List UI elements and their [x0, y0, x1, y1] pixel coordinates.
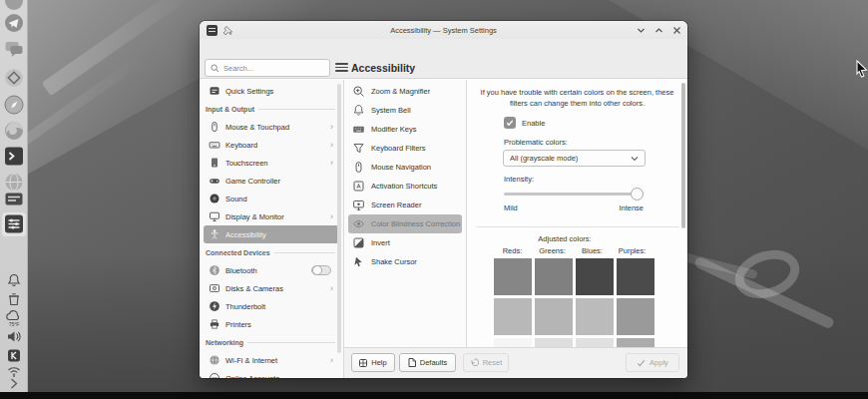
- telegram-icon[interactable]: [4, 13, 24, 33]
- sidebar-section-connected-devices: Connected Devices: [200, 243, 343, 261]
- chevron-right-icon: ›: [330, 356, 333, 365]
- subpage-shake-cursor[interactable]: Shake Cursor: [348, 252, 462, 271]
- panel-scrollbar[interactable]: [681, 83, 685, 228]
- mail-icon[interactable]: [5, 193, 23, 205]
- sidebar-item-disks-cameras[interactable]: Disks & Cameras ›: [204, 279, 339, 297]
- enable-checkbox-row[interactable]: Enable: [504, 117, 545, 129]
- browser-compass-icon[interactable]: [4, 95, 24, 115]
- weather-cloud-icon[interactable]: [6, 310, 22, 321]
- defaults-icon: [408, 358, 416, 367]
- titlebar[interactable]: Accessibility — System Settings: [200, 21, 687, 39]
- sidebar-scrollbar[interactable]: [337, 84, 341, 353]
- subpage-color-blindness-correction[interactable]: Color Blindness Correction: [348, 214, 462, 233]
- sidebar-item-game-controller[interactable]: Game Controller: [204, 172, 339, 190]
- mouse-icon: [209, 121, 220, 133]
- system-settings-icon[interactable]: [4, 214, 23, 233]
- swatch: [535, 258, 573, 295]
- subpage-label: Activation Shortcuts: [371, 182, 437, 191]
- help-icon: [359, 359, 367, 367]
- sidebar-item-label: Keyboard: [225, 141, 257, 150]
- k-app-icon[interactable]: [7, 349, 20, 362]
- sidebar-item-accessibility[interactable]: Accessibility: [204, 225, 339, 243]
- bell-icon: [352, 104, 365, 117]
- sidebar-item-bluetooth[interactable]: Bluetooth: [204, 261, 339, 279]
- sidebar: Quick Settings Input & Output Mouse & To…: [200, 80, 344, 378]
- maximize-icon[interactable]: [654, 26, 663, 35]
- sidebar-item-keyboard[interactable]: Keyboard ›: [204, 136, 339, 154]
- sidebar-item-label: Mouse & Touchpad: [225, 123, 289, 132]
- toolbar: Search... Accessibility: [200, 39, 687, 79]
- minimize-icon[interactable]: [637, 26, 646, 35]
- subpage-label: Mouse Navigation: [371, 163, 431, 172]
- sidebar-item-display-monitor[interactable]: Display & Monitor ›: [204, 207, 339, 225]
- sidebar-item-label: Game Controller: [225, 177, 280, 186]
- subpage-invert[interactable]: Invert: [348, 233, 462, 252]
- invert-icon: [352, 236, 365, 249]
- column-label-greens: Greens:: [534, 246, 571, 255]
- adjusted-colors-title: Adjusted colors:: [467, 234, 662, 243]
- chat-icon[interactable]: [4, 40, 23, 57]
- reset-undo-icon: [470, 358, 479, 367]
- bottom-taskbar[interactable]: [0, 392, 868, 399]
- problematic-colors-dropdown[interactable]: All (grayscale mode): [503, 150, 646, 167]
- sidebar-item-wifi-internet[interactable]: Wi-Fi & Internet ›: [204, 351, 339, 369]
- apply-button[interactable]: Apply: [626, 353, 679, 372]
- magnifier-plus-icon: [352, 85, 365, 98]
- page-title: Accessibility: [351, 58, 415, 78]
- subpage-modifier-keys[interactable]: Modifier Keys: [348, 120, 462, 139]
- slider-track[interactable]: [504, 193, 644, 196]
- touchscreen-icon: [209, 157, 220, 169]
- trash-icon[interactable]: [7, 292, 20, 306]
- globe-app-icon[interactable]: [4, 173, 23, 192]
- diamond-app-icon[interactable]: [4, 68, 24, 88]
- sidebar-item-online-accounts[interactable]: Online Accounts: [204, 369, 339, 378]
- search-input[interactable]: Search...: [205, 59, 330, 77]
- swatch: [494, 298, 532, 335]
- defaults-button[interactable]: Defaults: [399, 353, 456, 372]
- close-icon[interactable]: [672, 26, 681, 35]
- menu-icon[interactable]: [335, 61, 348, 74]
- subpage-activation-shortcuts[interactable]: Activation Shortcuts: [348, 177, 462, 196]
- subpage-screen-reader[interactable]: Screen Reader: [348, 196, 462, 214]
- adjusted-color-swatches: [494, 258, 663, 347]
- slider-max-label: Intense: [619, 203, 644, 212]
- search-icon: [211, 64, 219, 73]
- bluetooth-toggle[interactable]: [311, 265, 331, 275]
- subpage-label: Color Blindness Correction: [371, 219, 460, 228]
- sidebar-item-quick-settings[interactable]: Quick Settings: [204, 82, 339, 100]
- swatch: [617, 338, 654, 347]
- sidebar-item-label: Wi-Fi & Internet: [225, 356, 277, 365]
- sidebar-item-label: Disks & Cameras: [225, 284, 283, 293]
- subpage-label: Zoom & Magnifier: [371, 87, 430, 96]
- app-circle-icon[interactable]: [5, 0, 23, 10]
- expand-chevron-icon[interactable]: [7, 377, 20, 390]
- sidebar-section-networking: Networking: [200, 333, 343, 351]
- sidebar-item-mouse-touchpad[interactable]: Mouse & Touchpad ›: [204, 118, 339, 136]
- checkbox-checked-icon[interactable]: [504, 117, 516, 129]
- subpage-label: Invert: [371, 238, 390, 247]
- help-button[interactable]: Help: [351, 353, 395, 372]
- sidebar-item-label: Bluetooth: [225, 266, 257, 275]
- terminal-icon[interactable]: [4, 147, 23, 166]
- swirl-app-icon[interactable]: [4, 121, 24, 141]
- sidebar-item-thunderbolt[interactable]: Thunderbolt: [204, 297, 339, 315]
- sidebar-section-input-output: Input & Output: [200, 100, 343, 118]
- volume-icon[interactable]: [6, 330, 21, 343]
- subpage-zoom-magnifier[interactable]: Zoom & Magnifier: [348, 82, 462, 101]
- intensity-slider[interactable]: [504, 187, 644, 200]
- mouse-cursor: [855, 60, 868, 82]
- subpage-system-bell[interactable]: System Bell: [348, 101, 462, 120]
- bell-icon[interactable]: [7, 273, 21, 287]
- subpage-keyboard-filters[interactable]: Keyboard Filters: [348, 139, 462, 158]
- swatch-column-labels: Reds: Greens: Blues: Purples:: [494, 246, 653, 255]
- sidebar-item-printers[interactable]: Printers: [204, 315, 339, 333]
- sidebar-item-sound[interactable]: Sound: [204, 190, 339, 207]
- disk-icon: [209, 282, 220, 294]
- subpage-label: Shake Cursor: [371, 257, 417, 266]
- slider-handle[interactable]: [631, 188, 644, 200]
- sidebar-item-touchscreen[interactable]: Touchscreen ›: [204, 154, 339, 172]
- sidebar-item-label: Sound: [225, 195, 247, 203]
- subpage-mouse-navigation[interactable]: Mouse Navigation: [348, 158, 462, 177]
- reset-button[interactable]: Reset: [463, 353, 509, 372]
- wifi-icon[interactable]: [6, 366, 21, 377]
